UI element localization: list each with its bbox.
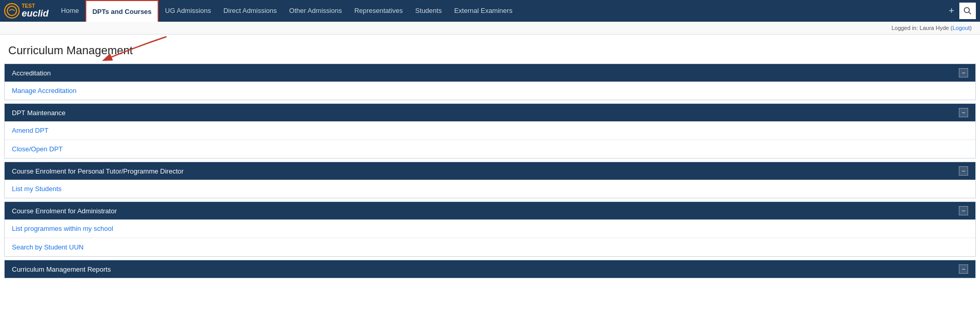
nav-item-ug-admissions[interactable]: UG Admissions <box>159 0 217 22</box>
section-course-enrolment-personal-tutor: Course Enrolment for Personal Tutor/Prog… <box>4 162 976 198</box>
section-header-dpt-maintenance[interactable]: DPT Maintenance− <box>5 104 975 121</box>
section-header-course-enrolment-personal-tutor[interactable]: Course Enrolment for Personal Tutor/Prog… <box>5 162 975 180</box>
section-header-curriculum-management-reports[interactable]: Curriculum Management Reports− <box>5 260 975 278</box>
section-curriculum-management-reports: Curriculum Management Reports− <box>4 260 976 278</box>
svg-point-0 <box>7 6 17 15</box>
section-title-course-enrolment-administrator: Course Enrolment for Administrator <box>12 207 117 215</box>
section-accreditation: Accreditation−Manage Accreditation <box>4 64 976 100</box>
nav-link-direct-admissions[interactable]: Direct Admissions <box>217 0 283 22</box>
section-body-course-enrolment-administrator: List programmes within my schoolSearch b… <box>5 220 975 256</box>
section-link-list-programmes-within-my-school[interactable]: List programmes within my school <box>5 220 975 238</box>
section-toggle-curriculum-management-reports[interactable]: − <box>959 264 968 274</box>
nav-item-representatives[interactable]: Representatives <box>348 0 409 22</box>
section-title-curriculum-management-reports: Curriculum Management Reports <box>12 265 111 273</box>
nav-item-other-admissions[interactable]: Other Admissions <box>283 0 348 22</box>
section-link-manage-accreditation[interactable]: Manage Accreditation <box>5 82 975 100</box>
section-link-amend-dpt[interactable]: Amend DPT <box>5 121 975 140</box>
section-toggle-course-enrolment-administrator[interactable]: − <box>959 206 968 215</box>
nav-link-external-examiners[interactable]: External Examiners <box>448 0 519 22</box>
logo-icon <box>6 5 18 17</box>
nav-link-students[interactable]: Students <box>409 0 448 22</box>
search-icon <box>963 7 972 15</box>
nav-item-external-examiners[interactable]: External Examiners <box>448 0 519 22</box>
section-dpt-maintenance: DPT Maintenance−Amend DPTClose/Open DPT <box>4 103 976 159</box>
section-toggle-accreditation[interactable]: − <box>959 68 968 77</box>
nav-item-students[interactable]: Students <box>409 0 448 22</box>
nav-link-dpts-and-courses[interactable]: DPTs and Courses <box>85 0 159 22</box>
section-link-search-by-student-uun[interactable]: Search by Student UUN <box>5 238 975 256</box>
page-title: Curriculum Management <box>0 35 980 64</box>
section-title-course-enrolment-personal-tutor: Course Enrolment for Personal Tutor/Prog… <box>12 167 183 175</box>
section-body-accreditation: Manage Accreditation <box>5 82 975 100</box>
svg-point-1 <box>964 8 970 13</box>
section-title-accreditation: Accreditation <box>12 69 51 77</box>
nav-link-home[interactable]: Home <box>55 0 85 22</box>
section-header-course-enrolment-administrator[interactable]: Course Enrolment for Administrator− <box>5 202 975 220</box>
nav-item-home[interactable]: Home <box>55 0 85 22</box>
nav-link-representatives[interactable]: Representatives <box>348 0 409 22</box>
svg-line-2 <box>969 12 971 14</box>
section-toggle-course-enrolment-personal-tutor[interactable]: − <box>959 166 968 176</box>
section-body-dpt-maintenance: Amend DPTClose/Open DPT <box>5 121 975 158</box>
section-title-dpt-maintenance: DPT Maintenance <box>12 109 66 117</box>
nav-menu: HomeDPTs and CoursesUG AdmissionsDirect … <box>55 0 943 22</box>
logout-link[interactable]: Logout <box>953 25 970 31</box>
section-body-course-enrolment-personal-tutor: List my Students <box>5 180 975 198</box>
navbar: TEST euclid HomeDPTs and CoursesUG Admis… <box>0 0 980 22</box>
section-header-accreditation[interactable]: Accreditation− <box>5 64 975 82</box>
section-link-list-my-students[interactable]: List my Students <box>5 180 975 198</box>
main-content: Accreditation−Manage AccreditationDPT Ma… <box>0 64 980 286</box>
logo-euclid-label: euclid <box>22 9 49 18</box>
nav-item-dpts-and-courses[interactable]: DPTs and Courses <box>85 0 159 22</box>
logo-link[interactable]: TEST euclid <box>4 3 49 19</box>
logged-in-bar: Logged in: Laura Hyde (Logout) <box>0 22 980 35</box>
section-link-close/open-dpt[interactable]: Close/Open DPT <box>5 140 975 158</box>
nav-item-direct-admissions[interactable]: Direct Admissions <box>217 0 283 22</box>
logo-circle <box>4 3 20 19</box>
logged-in-text: Logged in: Laura Hyde (Logout) <box>892 25 972 31</box>
nav-link-ug-admissions[interactable]: UG Admissions <box>159 0 217 22</box>
section-course-enrolment-administrator: Course Enrolment for Administrator−List … <box>4 201 976 257</box>
nav-plus-button[interactable]: + <box>943 6 959 17</box>
nav-link-other-admissions[interactable]: Other Admissions <box>283 0 348 22</box>
search-button[interactable] <box>959 3 976 19</box>
section-toggle-dpt-maintenance[interactable]: − <box>959 108 968 117</box>
